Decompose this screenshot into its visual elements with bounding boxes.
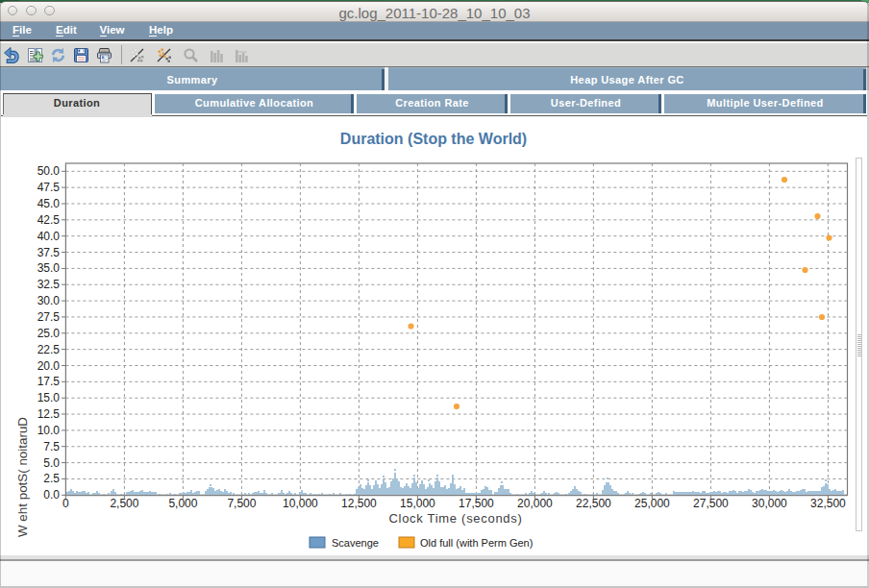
svg-text:22.5: 22.5 xyxy=(37,343,61,356)
svg-text:7.5: 7.5 xyxy=(43,440,60,453)
svg-text:50.0: 50.0 xyxy=(37,164,61,178)
svg-text:10.0: 10.0 xyxy=(37,424,61,437)
svg-text:37.5: 37.5 xyxy=(37,246,61,259)
svg-text:Clock Time (seconds): Clock Time (seconds) xyxy=(389,511,523,526)
svg-text:17.5: 17.5 xyxy=(37,375,61,388)
svg-text:42.5: 42.5 xyxy=(37,213,61,227)
svg-text:Old full (with Perm Gen): Old full (with Perm Gen) xyxy=(420,537,533,549)
svg-text:Scavenge: Scavenge xyxy=(332,537,379,549)
svg-text:45.0: 45.0 xyxy=(37,197,61,210)
svg-text:12.5: 12.5 xyxy=(37,407,61,421)
svg-text:47.5: 47.5 xyxy=(37,181,61,194)
svg-text:20.0: 20.0 xyxy=(37,359,61,373)
svg-text:30.0: 30.0 xyxy=(37,294,61,307)
svg-text:25.0: 25.0 xyxy=(37,327,61,340)
svg-text:2.5: 2.5 xyxy=(43,472,60,485)
svg-text:W eht potS( noitaruD: W eht potS( noitaruD xyxy=(15,417,30,537)
svg-text:32.5: 32.5 xyxy=(37,278,61,291)
svg-text:35.0: 35.0 xyxy=(37,261,61,275)
svg-text:Duration (Stop the World): Duration (Stop the World) xyxy=(340,131,527,147)
svg-text:5.0: 5.0 xyxy=(43,456,60,470)
svg-text:40.0: 40.0 xyxy=(37,230,61,243)
svg-text:15.0: 15.0 xyxy=(37,391,61,404)
svg-text:0.0: 0.0 xyxy=(43,488,60,502)
svg-text:27.5: 27.5 xyxy=(37,310,61,324)
